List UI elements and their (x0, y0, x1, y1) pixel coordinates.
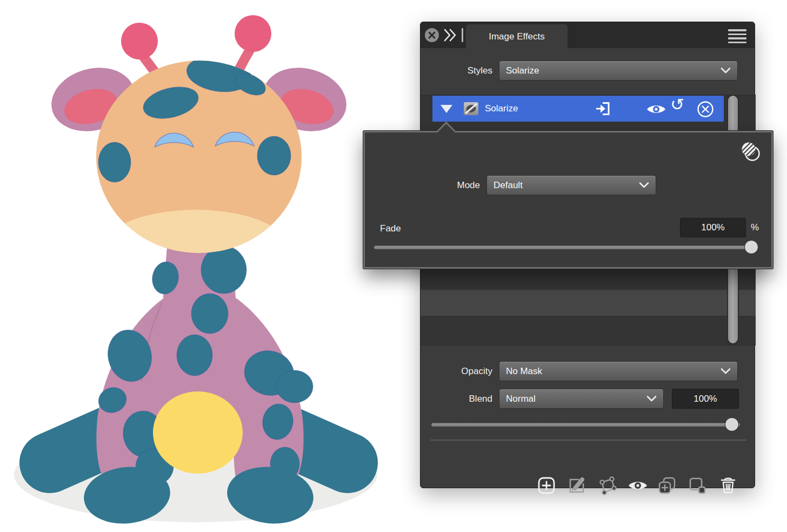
fade-label: Fade (380, 219, 401, 238)
mode-label: Mode (365, 175, 480, 195)
list-row[interactable] (421, 290, 756, 316)
eye-icon[interactable] (628, 475, 648, 496)
duplicate-plus-icon[interactable] (657, 475, 677, 496)
blend-ranges-icon[interactable] (738, 139, 763, 164)
mode-value: Default (493, 180, 639, 191)
solarize-thumbnail-icon (464, 102, 478, 115)
blend-opacity-slider[interactable] (431, 423, 740, 427)
fade-value-field[interactable]: 100% (680, 218, 746, 237)
blend-label: Blend (421, 389, 492, 409)
fade-value: 100% (701, 222, 724, 233)
apply-to-layer-icon[interactable] (595, 101, 611, 116)
blend-amount-field[interactable]: 100% (672, 389, 739, 409)
styles-label: Styles (421, 61, 492, 81)
opacity-dropdown[interactable]: No Mask (499, 361, 738, 381)
chevron-down-icon (639, 182, 649, 189)
blend-opacity-slider-thumb[interactable] (725, 417, 739, 431)
panel-menu-icon[interactable] (728, 29, 746, 43)
toolbar-divider (430, 440, 746, 441)
fade-unit: % (751, 218, 759, 237)
edit-icon[interactable] (567, 475, 586, 496)
fade-slider-thumb[interactable] (744, 240, 758, 254)
styles-value: Solarize (506, 65, 721, 76)
collapse-chevrons-icon[interactable] (443, 28, 458, 42)
tab-title: Image Effects (489, 31, 545, 42)
belly (153, 391, 243, 474)
close-icon[interactable] (425, 28, 439, 42)
effect-row-solarize[interactable]: Solarize ↺ (432, 96, 724, 122)
mode-dropdown[interactable]: Default (486, 175, 656, 195)
blend-amount: 100% (693, 394, 717, 404)
opacity-label: Opacity (421, 361, 492, 381)
blend-value: Normal (506, 394, 646, 404)
remove-circle-icon[interactable] (697, 101, 714, 118)
tab-image-effects[interactable]: Image Effects (466, 24, 568, 49)
disclosure-triangle-icon[interactable] (441, 105, 452, 113)
screenshot-stage: Image Effects Styles Solarize Solarize (0, 0, 787, 532)
reset-icon[interactable]: ↺ (670, 95, 684, 114)
add-icon[interactable] (537, 475, 556, 496)
effect-options-popup: Mode Default Fade 100% % (363, 131, 773, 269)
giraffe-illustration (0, 0, 395, 532)
styles-dropdown[interactable]: Solarize (499, 61, 738, 81)
mesh-warp-icon[interactable] (597, 475, 617, 496)
replace-icon[interactable] (688, 475, 707, 496)
fade-slider[interactable] (374, 245, 758, 249)
trash-icon[interactable] (718, 475, 738, 496)
effect-name: Solarize (485, 103, 518, 114)
opacity-value: No Mask (506, 366, 721, 377)
antenna-ball-right (235, 15, 271, 52)
antenna-ball-left (121, 23, 158, 59)
blend-dropdown[interactable]: Normal (499, 389, 664, 409)
chevron-down-icon (721, 368, 731, 375)
panel-header: Image Effects (421, 22, 755, 48)
chevron-down-icon (721, 67, 731, 74)
chevron-down-icon (646, 395, 657, 402)
visibility-eye-icon[interactable] (646, 103, 666, 116)
